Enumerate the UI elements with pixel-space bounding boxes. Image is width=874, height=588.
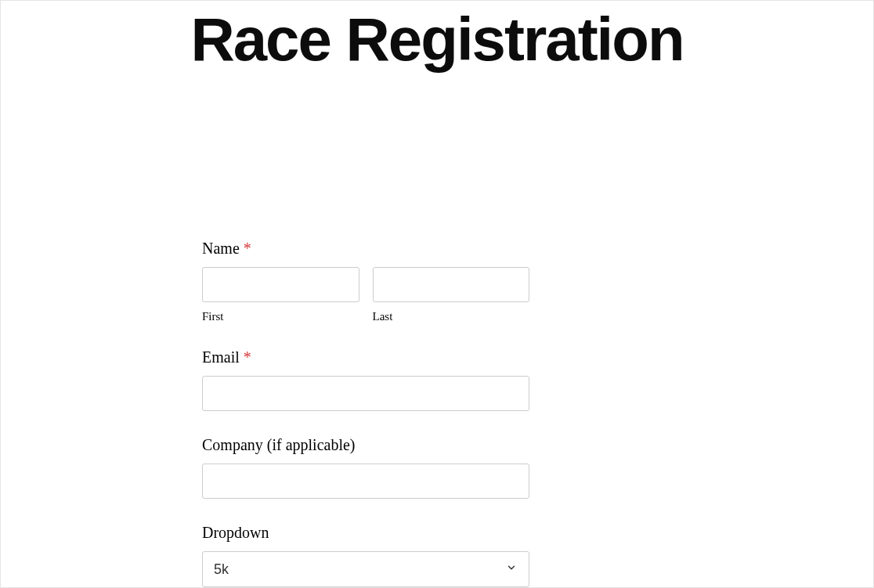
company-input[interactable]: [202, 464, 529, 499]
last-name-col: Last: [373, 267, 530, 323]
company-field-group: Company (if applicable): [202, 436, 529, 499]
email-label-text: Email: [202, 348, 240, 366]
last-name-input[interactable]: [373, 267, 530, 302]
dropdown-select[interactable]: 5k: [202, 551, 529, 587]
name-field-group: Name * First Last: [202, 240, 529, 323]
first-name-sublabel: First: [202, 310, 359, 323]
email-input[interactable]: [202, 376, 529, 411]
name-row: First Last: [202, 267, 529, 323]
email-field-group: Email *: [202, 348, 529, 411]
required-asterisk: *: [244, 240, 251, 257]
page-title: Race Registration: [1, 5, 873, 74]
registration-form: Name * First Last Email * Company (if ap…: [202, 240, 529, 588]
name-label-text: Name: [202, 240, 240, 257]
last-name-sublabel: Last: [373, 310, 530, 323]
email-label: Email *: [202, 348, 529, 366]
first-name-col: First: [202, 267, 359, 323]
required-asterisk: *: [244, 348, 251, 366]
name-label: Name *: [202, 240, 529, 258]
dropdown-select-wrap: 5k: [202, 551, 529, 587]
dropdown-field-group: Dropdown 5k: [202, 524, 529, 587]
first-name-input[interactable]: [202, 267, 359, 302]
company-label: Company (if applicable): [202, 436, 529, 454]
dropdown-label: Dropdown: [202, 524, 529, 542]
